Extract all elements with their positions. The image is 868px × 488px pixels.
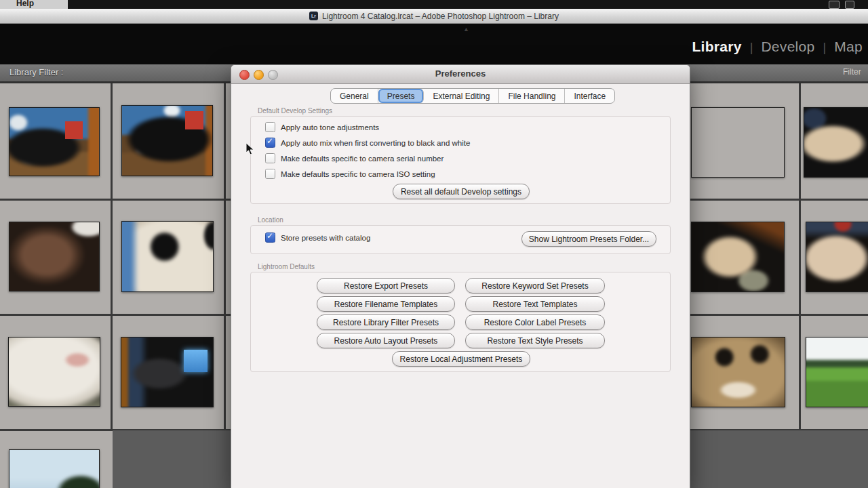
menu-help[interactable]: Help — [16, 0, 34, 8]
checkbox-auto-mix-bw[interactable] — [265, 138, 275, 148]
photo-thumbnail-cat-table-1[interactable] — [9, 107, 100, 176]
restore-export-presets-button[interactable]: Restore Export Presets — [317, 278, 455, 293]
library-filter-label: Library Filter : — [9, 67, 63, 77]
panel-collapse-arrow-icon[interactable]: ▲ — [463, 26, 469, 33]
show-presets-folder-button[interactable]: Show Lightroom Presets Folder... — [521, 231, 656, 247]
tab-presets[interactable]: Presets — [378, 89, 425, 103]
restore-local-adjustment-presets-button[interactable]: Restore Local Adjustment Presets — [392, 351, 530, 367]
checkbox-label: Apply auto tone adjustments — [281, 123, 379, 131]
grid-divider — [224, 83, 226, 430]
dialog-title: Preferences — [231, 68, 690, 79]
tab-file-handling[interactable]: File Handling — [499, 89, 565, 103]
mouse-cursor — [245, 142, 254, 155]
photo-thumbnail-sky-trees[interactable] — [9, 449, 100, 488]
dialog-title-bar: Preferences — [231, 65, 690, 84]
module-divider: | — [750, 41, 753, 55]
grid-divider — [799, 83, 801, 430]
app-top-panel: ▲ Library | Develop | Map — [0, 24, 868, 64]
photo-thumbnail-two-cats[interactable] — [806, 222, 868, 292]
input-source-icon[interactable] — [845, 1, 854, 9]
checkbox-label: Make defaults specific to camera serial … — [281, 155, 443, 163]
module-library[interactable]: Library — [692, 39, 741, 55]
section-label-lightroom-defaults: Lightroom Defaults — [258, 263, 315, 270]
checkbox-label: Store presets with catalog — [281, 234, 370, 242]
preferences-dialog: Preferences General Presets External Edi… — [231, 64, 690, 488]
os-menu-bar: Help — [0, 0, 868, 9]
restore-auto-layout-presets-button[interactable]: Restore Auto Layout Presets — [317, 333, 455, 348]
grid-divider — [111, 83, 113, 430]
preferences-tab-bar: General Presets External Editing File Ha… — [330, 88, 615, 104]
photo-thumbnail-blurry-closeup[interactable] — [9, 222, 100, 291]
tab-general[interactable]: General — [331, 89, 378, 103]
checkbox-label: Make defaults specific to camera ISO set… — [281, 170, 435, 178]
photo-thumbnail-tabby-face[interactable] — [691, 337, 785, 407]
restore-text-templates-button[interactable]: Restore Text Templates — [465, 296, 605, 312]
checkbox-auto-tone[interactable] — [265, 122, 275, 132]
module-develop[interactable]: Develop — [761, 39, 814, 55]
photo-thumbnail-white-cat[interactable] — [8, 337, 100, 407]
module-map[interactable]: Map — [834, 39, 863, 55]
photo-thumbnail-cat-eye-closeup[interactable] — [121, 221, 214, 292]
section-label-develop-settings: Default Develop Settings — [258, 107, 332, 115]
module-divider: | — [823, 41, 827, 55]
tab-interface[interactable]: Interface — [565, 89, 614, 103]
photo-thumbnail-cat-playing[interactable] — [691, 222, 785, 292]
lightroom-doc-icon: Lr — [309, 12, 318, 20]
window-title: Lightroom 4 Catalog.lrcat – Adobe Photos… — [322, 12, 559, 21]
section-label-location: Location — [258, 216, 283, 224]
photo-thumbnail-cat-tv[interactable] — [121, 337, 214, 407]
photo-thumbnail-cream-cat[interactable] — [804, 107, 868, 178]
restore-color-label-presets-button[interactable]: Restore Color Label Presets — [465, 314, 605, 330]
photo-thumbnail-green-field[interactable] — [806, 337, 868, 407]
checkbox-label: Apply auto mix when first converting to … — [281, 139, 470, 147]
display-status-icon[interactable] — [829, 1, 840, 9]
window-title-bar: Lr Lightroom 4 Catalog.lrcat – Adobe Pho… — [0, 9, 868, 24]
filter-label-clipped[interactable]: Filter — [843, 67, 868, 77]
restore-text-style-presets-button[interactable]: Restore Text Style Presets — [465, 333, 605, 348]
module-picker: Library | Develop | Map — [692, 39, 863, 55]
photo-thumbnail-cat-table-2[interactable] — [121, 105, 213, 176]
checkbox-camera-iso[interactable] — [265, 169, 275, 179]
photo-thumbnail-orange-cat[interactable] — [691, 107, 785, 178]
checkbox-store-presets[interactable] — [265, 232, 275, 243]
checkbox-camera-serial[interactable] — [265, 153, 275, 163]
tab-external-editing[interactable]: External Editing — [424, 89, 499, 103]
restore-keyword-set-presets-button[interactable]: Restore Keyword Set Presets — [465, 278, 605, 293]
reset-develop-settings-button[interactable]: Reset all default Develop settings — [393, 184, 530, 199]
restore-library-filter-presets-button[interactable]: Restore Library Filter Presets — [317, 314, 455, 330]
restore-filename-templates-button[interactable]: Restore Filename Templates — [317, 296, 455, 312]
